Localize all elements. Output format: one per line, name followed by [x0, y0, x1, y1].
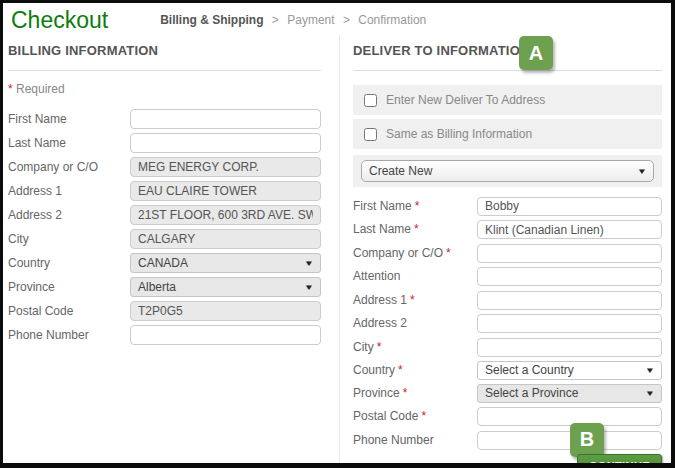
deliver-section-head: DELIVER TO INFORMATION A: [353, 35, 662, 71]
field-label: Postal Code: [8, 304, 130, 318]
required-star: *: [410, 293, 415, 307]
breadcrumb-payment: Payment: [287, 13, 334, 27]
select-value: Alberta: [138, 280, 176, 294]
field-row-last-name: Last Name*: [353, 220, 662, 240]
field-row-phone: Phone Number: [353, 430, 662, 450]
same-as-billing-option[interactable]: Same as Billing Information: [353, 119, 662, 149]
field-row-address2: Address 2: [353, 314, 662, 334]
deliver-last-name-input[interactable]: [477, 220, 662, 239]
billing-section-title: BILLING INFORMATION: [8, 35, 321, 71]
field-label: Province: [8, 280, 130, 294]
continue-button[interactable]: CONTINUE: [577, 454, 662, 468]
required-star: *: [398, 363, 403, 377]
enter-new-address-option[interactable]: Enter New Deliver To Address: [353, 85, 662, 115]
field-label: Province*: [353, 386, 477, 400]
same-as-billing-checkbox[interactable]: [364, 128, 377, 141]
field-label: Address 2: [353, 316, 477, 330]
field-label: Attention: [353, 269, 477, 283]
breadcrumb-separator: >: [272, 13, 279, 27]
enter-new-address-checkbox[interactable]: [364, 94, 377, 107]
field-label: City*: [353, 340, 477, 354]
billing-address2-input: [130, 205, 321, 225]
field-row-address1: Address 1*: [353, 290, 662, 310]
chevron-down-icon: ▼: [304, 259, 314, 268]
billing-first-name-input[interactable]: [130, 109, 321, 129]
select-value: Select a Province: [485, 386, 578, 400]
deliver-attention-input[interactable]: [477, 267, 662, 286]
deliver-province-select[interactable]: Select a Province ▼: [477, 384, 662, 403]
field-label: Phone Number: [8, 328, 130, 342]
field-label: Phone Number: [353, 433, 477, 447]
field-row-country: Country CANADA ▼: [8, 253, 321, 273]
required-star: *: [403, 386, 408, 400]
field-row-first-name: First Name: [8, 109, 321, 129]
breadcrumb-confirmation: Confirmation: [358, 13, 426, 27]
breadcrumb: Billing & Shipping > Payment > Confirmat…: [160, 13, 426, 27]
required-star: *: [446, 246, 451, 260]
deliver-postal-code-input[interactable]: [477, 407, 662, 426]
required-note-label: Required: [16, 82, 65, 96]
deliver-address1-input[interactable]: [477, 291, 662, 310]
billing-postal-code-input: [130, 301, 321, 321]
deliver-section: DELIVER TO INFORMATION A Enter New Deliv…: [340, 35, 671, 468]
deliver-address2-input[interactable]: [477, 314, 662, 333]
required-star: *: [414, 222, 419, 236]
billing-city-input: [130, 229, 321, 249]
field-row-country: Country* Select a Country ▼: [353, 361, 662, 380]
field-row-company: Company or C/O: [8, 157, 321, 177]
field-label: First Name*: [353, 199, 477, 213]
billing-country-select[interactable]: CANADA ▼: [130, 253, 321, 273]
checkbox-label: Same as Billing Information: [386, 127, 532, 141]
field-row-attention: Attention: [353, 267, 662, 287]
select-value: Create New: [369, 164, 432, 178]
field-label: Company or C/O*: [353, 246, 477, 260]
annotation-badge-b: B: [570, 423, 604, 457]
field-label: Address 1*: [353, 293, 477, 307]
field-label: City: [8, 232, 130, 246]
field-row-city: City*: [353, 337, 662, 357]
billing-section: BILLING INFORMATION * Required First Nam…: [3, 35, 340, 468]
billing-last-name-input[interactable]: [130, 133, 321, 153]
checkbox-label: Enter New Deliver To Address: [386, 93, 545, 107]
field-row-postal-code: Postal Code*: [353, 407, 662, 427]
billing-province-select[interactable]: Alberta ▼: [130, 277, 321, 297]
field-row-first-name: First Name*: [353, 196, 662, 216]
chevron-down-icon: ▼: [637, 167, 647, 176]
billing-phone-input[interactable]: [130, 325, 321, 345]
chevron-down-icon: ▼: [304, 283, 314, 292]
page-title: Checkout: [11, 7, 108, 34]
field-row-postal-code: Postal Code: [8, 301, 321, 321]
deliver-city-input[interactable]: [477, 338, 662, 357]
field-row-phone: Phone Number: [8, 325, 321, 345]
field-label: Company or C/O: [8, 160, 130, 174]
required-note: * Required: [8, 82, 321, 96]
address-book-select[interactable]: Create New ▼: [361, 160, 654, 182]
page-header: Checkout Billing & Shipping > Payment > …: [3, 3, 671, 35]
field-row-company: Company or C/O*: [353, 243, 662, 263]
billing-company-input: [130, 157, 321, 177]
field-row-address2: Address 2: [8, 205, 321, 225]
field-label: Country*: [353, 363, 477, 377]
field-label: Last Name: [8, 136, 130, 150]
address-book-row: Create New ▼: [353, 155, 662, 187]
chevron-down-icon: ▼: [645, 366, 655, 375]
required-star: *: [377, 340, 382, 354]
field-label: Country: [8, 256, 130, 270]
field-label: First Name: [8, 112, 130, 126]
chevron-down-icon: ▼: [645, 389, 655, 398]
continue-area: B CONTINUE: [353, 454, 662, 468]
deliver-company-input[interactable]: [477, 244, 662, 263]
billing-address1-input: [130, 181, 321, 201]
breadcrumb-billing-shipping[interactable]: Billing & Shipping: [160, 13, 263, 27]
deliver-fields: First Name* Last Name* Company or C/O* A…: [353, 196, 662, 450]
deliver-first-name-input[interactable]: [477, 197, 662, 216]
field-row-address1: Address 1: [8, 181, 321, 201]
field-row-last-name: Last Name: [8, 133, 321, 153]
deliver-country-select[interactable]: Select a Country ▼: [477, 361, 662, 380]
field-row-city: City: [8, 229, 321, 249]
select-value: CANADA: [138, 256, 188, 270]
select-value: Select a Country: [485, 363, 574, 377]
field-row-province: Province* Select a Province ▼: [353, 384, 662, 403]
field-label: Address 1: [8, 184, 130, 198]
annotation-badge-a: A: [519, 36, 553, 70]
